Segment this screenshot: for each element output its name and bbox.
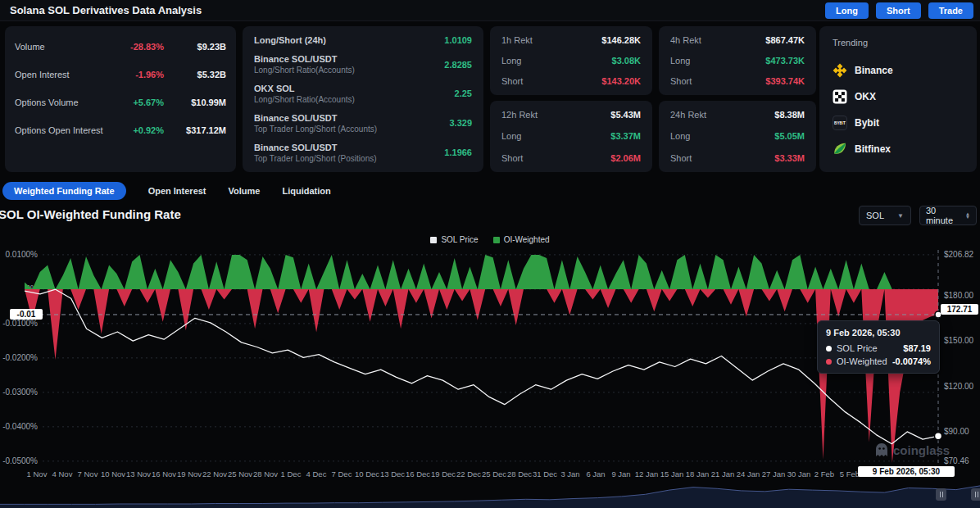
tooltip-label: SOL Price (837, 343, 878, 353)
svg-text:31 Dec: 31 Dec (533, 469, 557, 479)
trending-item-label: Binance (855, 65, 893, 76)
stat-value: $317.12M (164, 125, 226, 135)
ls-value: 2.25 (455, 88, 472, 98)
stat-label: Volume (15, 42, 45, 52)
tab-open-interest[interactable]: Open Interest (148, 186, 206, 196)
legend-swatch (430, 237, 437, 243)
tab-weighted-funding-rate[interactable]: Weighted Funding Rate (2, 182, 126, 200)
chart-title: SOL OI-Weighted Funding Rate (0, 207, 181, 221)
trade-button[interactable]: Trade (928, 2, 973, 19)
navigator-chart[interactable] (0, 482, 980, 508)
svg-text:15 Jan: 15 Jan (660, 469, 684, 479)
rekt-short-label: Short (670, 153, 692, 163)
ls-title: Long/Short (24h) (254, 35, 326, 45)
long-short-panel: Long/Short (24h) 1.0109 Binance SOL/USDT… (243, 26, 483, 172)
watermark-label: coinglass (893, 443, 950, 457)
trending-panel: Trending Binance (819, 26, 977, 172)
long-button[interactable]: Long (825, 2, 869, 19)
ls-row-okx-accounts[interactable]: OKX SOLLong/Short Ratio(Accounts) 2.25 (243, 84, 483, 104)
svg-text:19 Dec: 19 Dec (431, 469, 456, 479)
trending-item-bybit[interactable]: BYBIT Bybit (833, 110, 964, 136)
svg-text:4 Nov: 4 Nov (52, 469, 73, 479)
symbol-select[interactable]: SOL ▼ (859, 206, 911, 225)
tooltip-row-price: SOL Price $87.19 (826, 343, 931, 353)
svg-text:-0.0200%: -0.0200% (2, 353, 38, 362)
tab-liquidation[interactable]: Liquidation (282, 186, 330, 196)
white-dot-icon (826, 346, 832, 352)
chart-tooltip: 9 Feb 2026, 05:30 SOL Price $87.19 OI-We… (817, 320, 940, 374)
svg-text:25 Dec: 25 Dec (482, 469, 506, 479)
rekt-title: 12h Rekt (501, 110, 538, 120)
svg-text:13 Dec: 13 Dec (380, 469, 405, 479)
stat-row-options-open-interest: Options Open Interest +0.92% $317.12M (5, 116, 236, 144)
bitfinex-icon (833, 142, 847, 156)
trending-item-bitfinex[interactable]: Bitfinex (833, 136, 964, 162)
trending-item-okx[interactable]: OKX (833, 84, 964, 110)
svg-text:-0.0100%: -0.0100% (2, 319, 38, 328)
rekt-short-label: Short (501, 153, 523, 163)
stat-value: $5.32B (164, 70, 226, 79)
tooltip-date: 9 Feb 2026, 05:30 (826, 328, 931, 338)
derivatives-dashboard: Solana SOL Derivatives Data Analysis Lon… (0, 0, 980, 508)
svg-text:$90.00: $90.00 (944, 427, 969, 436)
legend-oi-weighted[interactable]: OI-Weighted (493, 235, 550, 244)
svg-text:27 Jan: 27 Jan (762, 469, 786, 479)
stat-row-open-interest: Open Interest -1.96% $5.32B (5, 61, 236, 88)
rekt-short-value: $3.33M (774, 153, 805, 163)
price-axis-badge: 172.71 (941, 304, 978, 315)
rekt-long-value: $473.73K (765, 56, 805, 66)
ls-row-top-trader-accounts[interactable]: Binance SOL/USDTTop Trader Long/Short (A… (243, 113, 483, 134)
navigator-handle-left[interactable] (936, 488, 946, 501)
ls-subtitle: Top Trader Long/Short (Accounts) (254, 125, 377, 134)
tooltip-row-funding: OI-Weighted -0.0074% (826, 356, 931, 366)
ls-subtitle: Top Trader Long/Short (Positions) (254, 154, 377, 163)
ls-row-24h[interactable]: Long/Short (24h) 1.0109 (243, 35, 483, 45)
svg-text:30 Jan: 30 Jan (787, 469, 811, 479)
rekt-long-value: $3.37M (610, 131, 641, 141)
svg-text:18 Jan: 18 Jan (686, 469, 710, 479)
svg-text:-0.0400%: -0.0400% (2, 422, 38, 431)
svg-text:28 Dec: 28 Dec (507, 469, 532, 479)
rekt-short-value: $2.06M (610, 153, 641, 163)
short-button[interactable]: Short (876, 2, 921, 19)
rekt-short-value: $393.74K (765, 76, 805, 86)
ls-row-top-trader-positions[interactable]: Binance SOL/USDTTop Trader Long/Short (P… (243, 143, 483, 163)
stat-change: -1.96% (113, 70, 164, 79)
svg-text:1 Dec: 1 Dec (281, 469, 302, 479)
chart-legend: SOL Price OI-Weighted (0, 235, 980, 244)
svg-text:28 Nov: 28 Nov (253, 469, 278, 479)
svg-text:$206.82: $206.82 (944, 250, 974, 259)
rekt-long-label: Long (670, 56, 690, 66)
rekt-total: $146.28K (601, 35, 641, 45)
rekt-title: 4h Rekt (670, 35, 701, 45)
spinner-icon: ▲▼ (965, 212, 970, 219)
interval-select[interactable]: 30 minute ▲▼ (919, 206, 977, 225)
rekt-long-value: $5.05M (774, 131, 805, 141)
trending-item-binance[interactable]: Binance (833, 57, 964, 84)
svg-text:-0.0300%: -0.0300% (2, 388, 38, 397)
rekt-total: $867.47K (765, 35, 805, 45)
navigator-handle-right[interactable] (971, 488, 980, 501)
ls-title: Binance SOL/USDT (254, 54, 355, 64)
svg-text:24 Jan: 24 Jan (737, 469, 760, 479)
svg-text:13 Nov: 13 Nov (126, 469, 151, 479)
rekt-long-label: Long (501, 131, 521, 141)
page-title: Solana SOL Derivatives Data Analysis (10, 4, 202, 16)
rekt-title: 1h Rekt (501, 35, 533, 45)
okx-icon (833, 89, 847, 104)
ghost-icon (875, 442, 888, 457)
tab-volume[interactable]: Volume (229, 186, 261, 196)
svg-text:9 Jan: 9 Jan (611, 469, 630, 479)
rekt-long-value: $3.08K (612, 56, 641, 66)
rekt-card-1h: 1h Rekt$146.28K Long$3.08K Short$143.20K (490, 26, 652, 95)
legend-sol-price[interactable]: SOL Price (430, 235, 478, 244)
symbol-select-value: SOL (866, 211, 884, 220)
funding-current-badge: -0.01 (10, 309, 43, 320)
ls-row-binance-accounts[interactable]: Binance SOL/USDTLong/Short Ratio(Account… (243, 54, 483, 75)
legend-swatch (493, 237, 500, 243)
svg-text:2 Feb: 2 Feb (814, 469, 834, 479)
svg-text:$180.00: $180.00 (944, 291, 974, 300)
tooltip-value: $87.19 (903, 343, 931, 353)
svg-text:25 Nov: 25 Nov (228, 469, 252, 479)
svg-text:22 Dec: 22 Dec (456, 469, 481, 479)
